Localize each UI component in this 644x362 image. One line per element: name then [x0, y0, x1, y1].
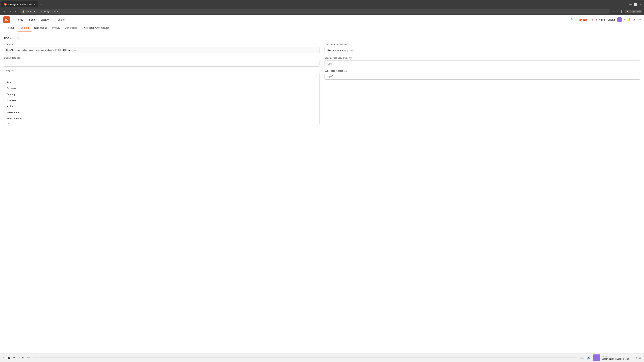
back-button[interactable]: ← [2, 9, 7, 13]
new-tab-button[interactable]: + [39, 2, 44, 7]
rss-row-2: Custom feed title Category* ▾ Arts Busin… [4, 57, 640, 80]
required-marker: * [13, 69, 14, 72]
rss-feed-label: RSS feed [4, 43, 320, 46]
for-artists-button[interactable]: For Artists [595, 18, 606, 21]
category-dropdown-menu: Arts Business Comedy Education Fiction G… [4, 79, 320, 124]
logo-icon [5, 18, 9, 21]
category-container: ▾ Arts Business Comedy Education Fiction… [4, 73, 320, 79]
email-label: Email address displayed [324, 43, 640, 46]
rss-help-icon[interactable]: ? [17, 37, 20, 40]
tab-content[interactable]: Content [18, 24, 32, 32]
subscriber-help-icon[interactable]: ? [344, 69, 347, 72]
address-text: soundcloud.com/settings/content [26, 10, 58, 13]
tab-close-button[interactable]: ✕ [33, 3, 36, 6]
empty-right-group [324, 83, 640, 99]
download-icon[interactable]: ⬇ [616, 10, 618, 13]
browser-menu-icon[interactable]: ⋮ [620, 10, 623, 13]
tab-advertising[interactable]: Advertising [63, 24, 80, 32]
dropdown-item-arts[interactable]: Arts [4, 79, 319, 85]
forward-button[interactable]: → [8, 9, 13, 13]
rss-feed-input[interactable] [4, 47, 320, 53]
try-next-pro-button[interactable]: Try Next Pro [579, 18, 593, 21]
dropdown-item-health-fitness[interactable]: Health & Fitness [4, 115, 319, 121]
maximize-button[interactable]: ⬜ [634, 3, 637, 6]
stats-url-label: Stats-service URL prefix ? [324, 57, 640, 59]
upload-button[interactable]: Upload [608, 18, 615, 21]
main-content: RSS feed ? RSS feed Email address displa… [0, 32, 644, 124]
custom-feed-title-label: Custom feed title [4, 57, 320, 59]
custom-feed-title-group: Custom feed title Category* ▾ Arts Busin… [4, 57, 320, 80]
tab-notifications[interactable]: Notifications [32, 24, 50, 32]
dropdown-item-history[interactable]: History [4, 121, 319, 124]
soundcloud-logo[interactable] [3, 16, 10, 23]
address-bar[interactable]: 🔒 soundcloud.com/settings/content [20, 9, 610, 14]
nav-library[interactable]: Library [38, 15, 52, 24]
bookmark-icon[interactable]: ☆ [612, 10, 614, 13]
dropdown-item-education[interactable]: Education [4, 97, 319, 103]
email-group: Email address displayed a24beaba@moodjoy… [324, 43, 640, 53]
active-tab[interactable]: SC Settings on SoundCloud ✕ [1, 1, 38, 7]
header-actions: Try Next Pro For Artists Upload ▾ 🔔 ✉ ••… [579, 17, 641, 22]
notification-icon[interactable]: 🔔 [627, 18, 631, 22]
minimize-button[interactable]: — [629, 3, 632, 6]
nav-icons: ☆ ⬇ ⋮ 🕵 Incognito (2) [612, 10, 642, 13]
tab-title: Settings on SoundCloud [8, 3, 32, 6]
user-avatar[interactable] [617, 17, 622, 22]
tab-two-factor[interactable]: Two Factor Authentication [80, 24, 112, 32]
tab-privacy[interactable]: Privacy [50, 24, 63, 32]
subscriber-redirect-group: Subscriber redirect ? [324, 69, 640, 80]
stats-help-icon[interactable]: ? [349, 57, 352, 59]
email-select[interactable]: a24beaba@moodjoy.com [324, 47, 640, 53]
stats-url-group: Stats-service URL prefix ? Subscriber re… [324, 57, 640, 80]
rss-row-1: RSS feed Email address displayed a24beab… [4, 43, 640, 53]
custom-feed-title-input[interactable] [4, 60, 320, 66]
tab-favicon: SC [4, 3, 7, 6]
category-label: Category* [4, 69, 320, 72]
tab-bar: SC Settings on SoundCloud ✕ + — ⬜ ✕ [0, 0, 644, 7]
dropdown-item-comedy[interactable]: Comedy [4, 91, 319, 97]
more-options-icon[interactable]: ••• [638, 18, 641, 21]
search-input[interactable] [55, 16, 576, 23]
dropdown-item-government[interactable]: Government [4, 109, 319, 115]
soundcloud-header: Home Feed Library 🔍 Try Next Pro For Art… [0, 15, 644, 24]
avatar-dropdown-icon[interactable]: ▾ [624, 18, 625, 21]
browser-chrome: SC Settings on SoundCloud ✕ + — ⬜ ✕ ← → … [0, 0, 644, 15]
reload-button[interactable]: ↻ [14, 9, 18, 14]
rss-section-title: RSS feed ? [4, 37, 640, 40]
category-chevron-icon: ▾ [316, 75, 317, 77]
close-window-button[interactable]: ✕ [639, 3, 641, 6]
category-select-display[interactable]: ▾ [4, 73, 320, 79]
nav-feed[interactable]: Feed [26, 15, 38, 24]
subscriber-redirect-input[interactable] [324, 73, 640, 80]
tab-account[interactable]: Account [4, 24, 18, 32]
main-nav: Home Feed Library [14, 15, 52, 24]
nav-home[interactable]: Home [14, 15, 26, 24]
search-area: 🔍 [55, 16, 576, 23]
dropdown-item-fiction[interactable]: Fiction [4, 103, 319, 109]
incognito-badge[interactable]: 🕵 Incognito (2) [625, 10, 642, 13]
subscriber-redirect-label: Subscriber redirect ? [324, 69, 640, 72]
stats-url-input[interactable] [324, 60, 640, 67]
dropdown-item-business[interactable]: Business [4, 85, 319, 91]
nav-bar: ← → ↻ 🔒 soundcloud.com/settings/content … [0, 7, 644, 15]
search-icon: 🔍 [570, 18, 574, 21]
category-section: Category* ▾ Arts Business Comedy Educati… [4, 69, 320, 79]
rss-feed-group: RSS feed [4, 43, 320, 53]
incognito-icon: 🕵 [626, 10, 629, 12]
mail-icon[interactable]: ✉ [633, 18, 636, 22]
settings-tabs: Account Content Notifications Privacy Ad… [0, 24, 644, 32]
